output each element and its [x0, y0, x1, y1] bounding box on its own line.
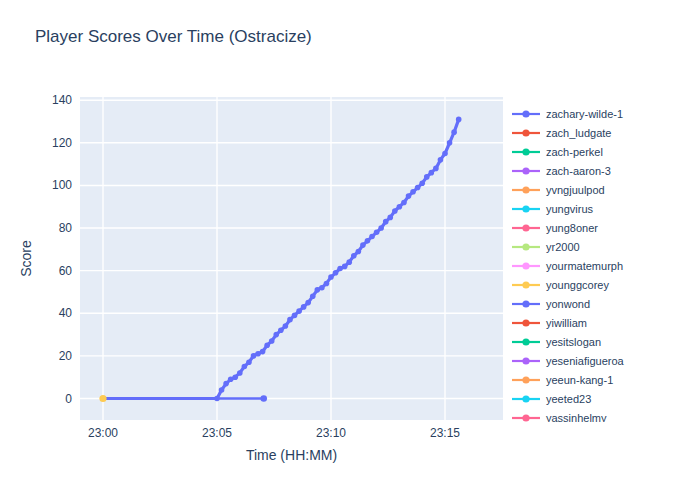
- series-marker-zachary-wilde-1[interactable]: [433, 166, 439, 172]
- series-marker-zachary-wilde-1[interactable]: [269, 338, 275, 344]
- y-tick-label: 120: [52, 136, 72, 150]
- legend-item-yourmatemurph[interactable]: yourmatemurph: [511, 256, 696, 275]
- legend-item-yeeun-kang-1[interactable]: yeeun-kang-1: [511, 370, 696, 389]
- x-tick-label: 23:15: [430, 426, 460, 440]
- series-marker-zachary-wilde-1[interactable]: [406, 193, 412, 199]
- legend-item-zach-aaron-3[interactable]: zach-aaron-3: [511, 161, 696, 180]
- x-axis-title: Time (HH:MM): [246, 447, 337, 463]
- y-tick-label: 80: [59, 221, 73, 235]
- series-marker-zachary-wilde-1[interactable]: [260, 349, 266, 355]
- legend-item-yvngjuulpod[interactable]: yvngjuulpod: [511, 180, 696, 199]
- legend-marker-icon: [511, 375, 541, 385]
- series-marker-zachary-wilde-1[interactable]: [237, 370, 243, 376]
- legend-label: yonwond: [546, 298, 590, 310]
- series-marker-zachary-wilde-1[interactable]: [383, 219, 389, 225]
- series-marker-zachary-wilde-1[interactable]: [424, 174, 430, 180]
- legend-item-zachary-wilde-1[interactable]: zachary-wilde-1: [511, 104, 696, 123]
- series-marker-zachary-wilde-1[interactable]: [415, 185, 421, 191]
- legend-item-yeeted23[interactable]: yeeted23: [511, 389, 696, 408]
- series-marker-zachary-wilde-1[interactable]: [351, 253, 357, 259]
- series-marker-zachary-wilde-1[interactable]: [301, 304, 307, 310]
- series-marker-zachary-wilde-1[interactable]: [392, 208, 398, 214]
- x-tick-label: 23:05: [202, 426, 232, 440]
- series-marker-zachary-wilde-1[interactable]: [283, 323, 289, 329]
- legend-label: zach_ludgate: [546, 127, 611, 139]
- series-marker-zachary-wilde-1[interactable]: [365, 238, 371, 244]
- legend-label: yeeted23: [546, 393, 591, 405]
- series-marker-zachary-wilde-1[interactable]: [310, 293, 316, 299]
- legend-marker-icon: [511, 337, 541, 347]
- series-marker-zachary-wilde-1[interactable]: [333, 270, 339, 276]
- series-marker-zachary-wilde-1[interactable]: [451, 129, 457, 135]
- series-marker-zachary-wilde-1[interactable]: [374, 230, 380, 236]
- series-marker-zachary-wilde-1[interactable]: [410, 189, 416, 195]
- legend-item-yungvirus[interactable]: yungvirus: [511, 199, 696, 218]
- series-marker-yonwond[interactable]: [260, 395, 267, 402]
- legend-item-yassinhelmy[interactable]: yassinhelmy: [511, 408, 696, 422]
- legend-label: yeeun-kang-1: [546, 374, 613, 386]
- legend-label: zach-aaron-3: [546, 165, 611, 177]
- series-marker-zachary-wilde-1[interactable]: [223, 381, 229, 387]
- series-marker-zachary-wilde-1[interactable]: [319, 285, 325, 291]
- legend-marker-icon: [511, 109, 541, 119]
- series-marker-zachary-wilde-1[interactable]: [342, 264, 348, 270]
- series-marker-zachary-wilde-1[interactable]: [242, 364, 248, 370]
- series-marker-zachary-wilde-1[interactable]: [397, 204, 403, 210]
- series-marker-zachary-wilde-1[interactable]: [442, 151, 448, 157]
- series-marker-zachary-wilde-1[interactable]: [292, 313, 298, 319]
- series-marker-younggcorey[interactable]: [99, 395, 106, 402]
- legend-marker-icon: [511, 280, 541, 290]
- series-marker-zachary-wilde-1[interactable]: [214, 396, 220, 402]
- legend-item-younggcorey[interactable]: younggcorey: [511, 275, 696, 294]
- series-marker-zachary-wilde-1[interactable]: [264, 342, 270, 348]
- y-axis-title: Score: [18, 240, 34, 277]
- legend-label: yourmatemurph: [546, 260, 623, 272]
- series-marker-zachary-wilde-1[interactable]: [387, 215, 393, 221]
- y-tick-label: 60: [59, 264, 73, 278]
- legend-item-zach-perkel[interactable]: zach-perkel: [511, 142, 696, 161]
- series-marker-zachary-wilde-1[interactable]: [369, 234, 375, 240]
- y-tick-label: 40: [59, 306, 73, 320]
- series-marker-zachary-wilde-1[interactable]: [456, 117, 462, 123]
- series-marker-zachary-wilde-1[interactable]: [401, 200, 407, 206]
- series-marker-zachary-wilde-1[interactable]: [356, 249, 362, 255]
- legend-label: yungvirus: [546, 203, 593, 215]
- legend-marker-icon: [511, 413, 541, 423]
- legend-marker-icon: [511, 185, 541, 195]
- series-marker-zachary-wilde-1[interactable]: [419, 180, 425, 186]
- series-marker-zachary-wilde-1[interactable]: [328, 274, 334, 280]
- legend-marker-icon: [511, 223, 541, 233]
- plot-area[interactable]: [80, 97, 503, 420]
- series-marker-zachary-wilde-1[interactable]: [378, 225, 384, 231]
- legend-label: zachary-wilde-1: [546, 108, 623, 120]
- series-marker-zachary-wilde-1[interactable]: [232, 374, 238, 380]
- legend-item-yiwilliam[interactable]: yiwilliam: [511, 313, 696, 332]
- x-tick-label: 23:00: [88, 426, 118, 440]
- legend-label: yung8oner: [546, 222, 598, 234]
- series-marker-zachary-wilde-1[interactable]: [278, 328, 284, 334]
- legend-item-zach_ludgate[interactable]: zach_ludgate: [511, 123, 696, 142]
- series-marker-zachary-wilde-1[interactable]: [287, 317, 293, 323]
- series-marker-zachary-wilde-1[interactable]: [305, 300, 311, 306]
- legend-item-yesitslogan[interactable]: yesitslogan: [511, 332, 696, 351]
- series-marker-zachary-wilde-1[interactable]: [296, 308, 302, 314]
- x-tick-label: 23:10: [316, 426, 346, 440]
- series-marker-zachary-wilde-1[interactable]: [273, 332, 279, 338]
- series-marker-zachary-wilde-1[interactable]: [246, 359, 252, 365]
- legend-item-yr2000[interactable]: yr2000: [511, 237, 696, 256]
- y-tick-label: 20: [59, 349, 73, 363]
- series-marker-zachary-wilde-1[interactable]: [324, 281, 330, 287]
- legend: zachary-wilde-1zach_ludgatezach-perkelza…: [511, 104, 696, 422]
- series-marker-zachary-wilde-1[interactable]: [360, 242, 366, 248]
- legend-label: yvngjuulpod: [546, 184, 605, 196]
- legend-item-yonwond[interactable]: yonwond: [511, 294, 696, 313]
- series-marker-zachary-wilde-1[interactable]: [447, 140, 453, 146]
- legend-item-yeseniafigueroa[interactable]: yeseniafigueroa: [511, 351, 696, 370]
- legend-label: zach-perkel: [546, 146, 603, 158]
- y-tick-label: 100: [52, 178, 72, 192]
- series-marker-zachary-wilde-1[interactable]: [438, 157, 444, 163]
- series-marker-zachary-wilde-1[interactable]: [346, 259, 352, 265]
- series-marker-zachary-wilde-1[interactable]: [429, 170, 435, 176]
- legend-item-yung8oner[interactable]: yung8oner: [511, 218, 696, 237]
- series-marker-zachary-wilde-1[interactable]: [219, 387, 225, 393]
